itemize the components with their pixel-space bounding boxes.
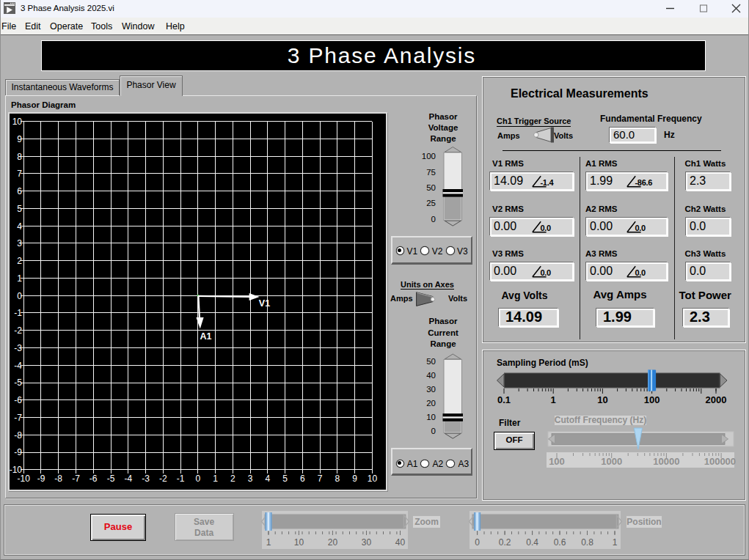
svg-text:4: 4 xyxy=(265,474,270,484)
svg-text:1: 1 xyxy=(213,474,218,484)
svg-text:V1: V1 xyxy=(259,298,270,309)
svg-text:-5: -5 xyxy=(107,474,115,484)
svg-text:8: 8 xyxy=(335,474,340,484)
svg-text:5: 5 xyxy=(282,474,288,484)
svg-text:-9: -9 xyxy=(37,474,45,484)
svg-text:-1: -1 xyxy=(14,308,22,318)
svg-text:-3: -3 xyxy=(142,474,150,484)
svg-text:75: 75 xyxy=(426,168,436,177)
svg-text:6: 6 xyxy=(300,474,305,484)
svg-text:-2: -2 xyxy=(14,325,22,336)
svg-text:1: 1 xyxy=(266,537,271,547)
svg-text:-7: -7 xyxy=(14,413,22,423)
svg-text:0.2: 0.2 xyxy=(499,537,511,547)
svg-text:40: 40 xyxy=(395,537,406,547)
svg-text:20: 20 xyxy=(328,537,338,547)
svg-text:1: 1 xyxy=(613,537,618,547)
svg-text:100: 100 xyxy=(549,456,565,467)
svg-text:25: 25 xyxy=(426,199,436,207)
svg-text:10: 10 xyxy=(426,413,436,421)
svg-text:8: 8 xyxy=(17,152,22,162)
svg-text:6: 6 xyxy=(17,186,22,196)
svg-text:5: 5 xyxy=(17,204,22,214)
svg-text:A1: A1 xyxy=(200,331,211,342)
svg-text:-10: -10 xyxy=(18,474,31,484)
svg-text:2: 2 xyxy=(17,256,22,266)
svg-text:2000: 2000 xyxy=(706,394,727,405)
svg-text:100000: 100000 xyxy=(704,456,736,467)
svg-text:50: 50 xyxy=(426,357,436,366)
svg-text:10: 10 xyxy=(368,474,378,484)
svg-text:30: 30 xyxy=(426,385,436,394)
svg-text:-8: -8 xyxy=(54,474,62,484)
svg-text:0: 0 xyxy=(475,537,480,547)
svg-text:-7: -7 xyxy=(72,474,80,484)
svg-text:-8: -8 xyxy=(14,430,22,441)
svg-text:7: 7 xyxy=(17,169,22,179)
svg-text:-2: -2 xyxy=(159,474,167,484)
svg-text:0.4: 0.4 xyxy=(526,537,538,547)
svg-text:-1: -1 xyxy=(177,474,185,484)
svg-text:-3: -3 xyxy=(14,343,22,353)
svg-text:100: 100 xyxy=(422,152,436,161)
svg-text:3: 3 xyxy=(248,474,253,484)
svg-text:-9: -9 xyxy=(14,447,22,457)
svg-text:0.8: 0.8 xyxy=(581,537,593,547)
svg-text:-6: -6 xyxy=(89,474,98,484)
svg-text:10: 10 xyxy=(12,117,23,127)
svg-text:0.1: 0.1 xyxy=(497,394,511,405)
svg-text:10: 10 xyxy=(597,394,607,405)
svg-text:3: 3 xyxy=(17,238,22,248)
svg-text:40: 40 xyxy=(426,371,436,380)
svg-text:10000: 10000 xyxy=(653,456,679,467)
svg-text:9: 9 xyxy=(17,134,22,144)
svg-text:7: 7 xyxy=(318,474,323,484)
svg-text:9: 9 xyxy=(352,474,357,484)
svg-text:1: 1 xyxy=(551,394,556,405)
svg-text:-5: -5 xyxy=(14,377,22,388)
svg-text:30: 30 xyxy=(362,537,372,547)
svg-text:0: 0 xyxy=(17,291,22,301)
svg-text:20: 20 xyxy=(426,399,436,408)
svg-text:4: 4 xyxy=(17,221,22,232)
svg-text:0.6: 0.6 xyxy=(554,537,566,547)
svg-text:50: 50 xyxy=(426,183,436,192)
svg-text:-4: -4 xyxy=(124,474,132,484)
svg-text:2: 2 xyxy=(230,474,235,484)
svg-text:0: 0 xyxy=(431,427,436,435)
svg-text:10: 10 xyxy=(294,537,304,547)
svg-text:-6: -6 xyxy=(14,395,22,405)
svg-text:100: 100 xyxy=(644,394,660,405)
svg-text:0: 0 xyxy=(431,215,436,224)
svg-text:1: 1 xyxy=(17,273,22,284)
svg-text:0: 0 xyxy=(195,474,200,484)
svg-text:-4: -4 xyxy=(14,361,22,371)
svg-text:1000: 1000 xyxy=(601,456,622,467)
